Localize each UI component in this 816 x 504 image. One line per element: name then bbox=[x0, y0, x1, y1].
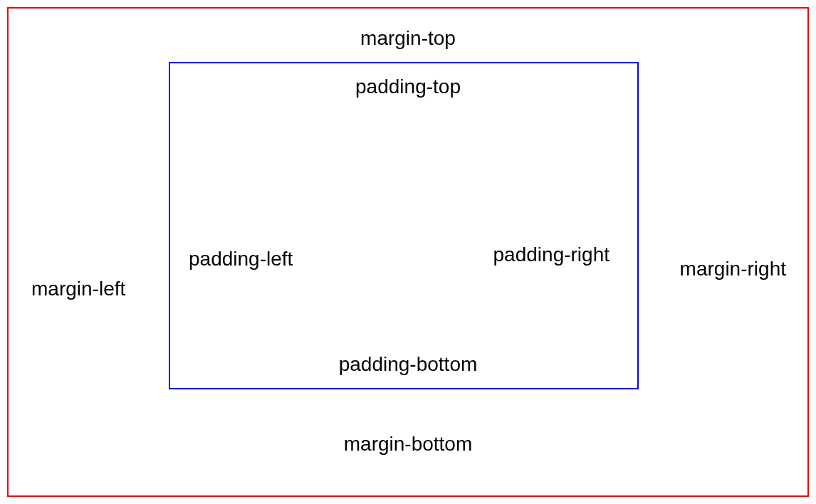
padding-bottom-label: padding-bottom bbox=[339, 353, 478, 376]
margin-bottom-label: margin-bottom bbox=[344, 433, 473, 456]
padding-right-label: padding-right bbox=[493, 243, 610, 266]
margin-right-label: margin-right bbox=[680, 258, 786, 280]
margin-left-label: margin-left bbox=[31, 278, 125, 300]
padding-left-label: padding-left bbox=[189, 248, 293, 271]
margin-top-label: margin-top bbox=[360, 27, 456, 50]
padding-top-label: padding-top bbox=[355, 75, 461, 98]
padding-box bbox=[169, 62, 639, 389]
margin-box: margin-top margin-bottom margin-left mar… bbox=[7, 7, 809, 497]
